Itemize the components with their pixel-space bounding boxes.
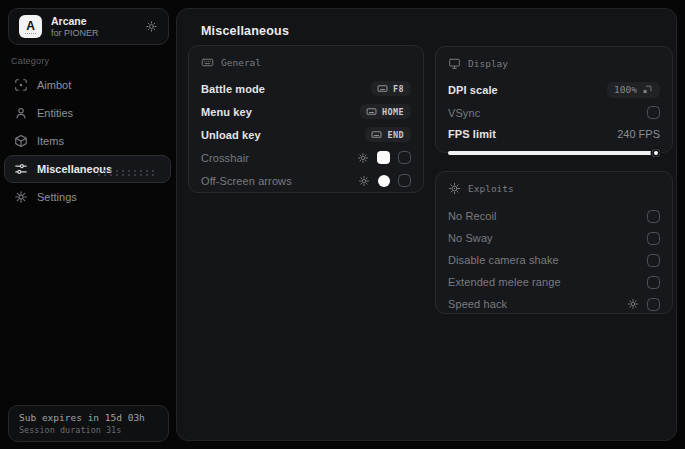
extended-melee-range-checkbox[interactable] bbox=[647, 276, 660, 289]
person-icon bbox=[14, 106, 28, 120]
no-sway-checkbox[interactable] bbox=[647, 232, 660, 245]
exploits-card: Exploits No Recoil No Sway Disable camer… bbox=[435, 171, 673, 314]
crosshair-checkbox[interactable] bbox=[398, 151, 411, 164]
virus-icon bbox=[448, 182, 461, 195]
sidebar-item-entities[interactable]: Entities bbox=[4, 99, 171, 127]
setting-label: Extended melee range bbox=[448, 276, 561, 288]
fps-limit-slider[interactable] bbox=[448, 149, 660, 157]
keyboard-icon bbox=[371, 129, 382, 140]
sidebar-item-aimbot[interactable]: Aimbot bbox=[4, 71, 171, 99]
setting-row-crosshair: Crosshair bbox=[201, 146, 411, 169]
setting-row-no-recoil: No Recoil bbox=[448, 205, 660, 227]
app-header-card: A Arcane for PIONER bbox=[8, 8, 169, 45]
setting-row-no-sway: No Sway bbox=[448, 227, 660, 249]
monitor-icon bbox=[448, 57, 461, 70]
general-card: General Battle mode F8 Menu key bbox=[188, 45, 424, 193]
setting-label: Speed hack bbox=[448, 298, 507, 310]
keybind-unload-key[interactable]: END bbox=[365, 127, 411, 142]
setting-label: Crosshair bbox=[201, 152, 249, 164]
speed-hack-checkbox[interactable] bbox=[647, 298, 660, 311]
app-logo: A bbox=[19, 15, 42, 38]
keyboard-icon bbox=[201, 56, 214, 69]
gear-icon[interactable] bbox=[145, 20, 158, 33]
disable-camera-shake-checkbox[interactable] bbox=[647, 254, 660, 267]
sub-expiry-text: Sub expires in 15d 03h bbox=[19, 411, 158, 425]
keyboard-icon bbox=[377, 83, 388, 94]
setting-row-dpi-scale: DPI scale 100% bbox=[448, 78, 660, 101]
setting-row-unload-key: Unload key END bbox=[201, 123, 411, 146]
crosshair-color-swatch[interactable] bbox=[377, 151, 390, 164]
offscreen-arrows-checkbox[interactable] bbox=[398, 174, 411, 187]
sidebar-item-label: Entities bbox=[37, 107, 73, 119]
sidebar-item-label: Aimbot bbox=[37, 79, 71, 91]
page-title: Miscellaneous bbox=[201, 24, 289, 38]
display-header-label: Display bbox=[468, 58, 508, 69]
setting-label: Menu key bbox=[201, 106, 252, 118]
slider-track bbox=[448, 151, 658, 155]
subscription-card: Sub expires in 15d 03h Session duration … bbox=[8, 405, 169, 442]
app-name: Arcane bbox=[51, 15, 136, 27]
sidebar-nav: Aimbot Entities Items bbox=[4, 71, 171, 211]
setting-label: DPI scale bbox=[448, 84, 498, 96]
setting-label: Battle mode bbox=[201, 83, 265, 95]
display-header: Display bbox=[448, 56, 660, 70]
sidebar-item-settings[interactable]: Settings bbox=[4, 183, 171, 211]
setting-label: No Recoil bbox=[448, 210, 497, 222]
scale-icon bbox=[642, 84, 653, 95]
gear-icon bbox=[14, 190, 28, 204]
sidebar: A Arcane for PIONER Category bbox=[0, 0, 176, 449]
setting-label: FPS limit bbox=[448, 128, 496, 140]
sidebar-item-label: Miscellaneous bbox=[37, 163, 112, 175]
setting-row-disable-camera-shake: Disable camera shake bbox=[448, 249, 660, 271]
general-header: General bbox=[201, 55, 411, 69]
category-label: Category bbox=[11, 56, 49, 66]
app-window: A Arcane for PIONER Category bbox=[0, 0, 685, 449]
vsync-checkbox[interactable] bbox=[647, 106, 660, 119]
slider-handle[interactable] bbox=[652, 149, 660, 157]
scan-icon bbox=[14, 78, 28, 92]
keybind-value: END bbox=[387, 130, 404, 140]
sliders-icon bbox=[14, 162, 28, 176]
sidebar-item-label: Settings bbox=[37, 191, 77, 203]
sidebar-item-items[interactable]: Items bbox=[4, 127, 171, 155]
app-subtitle: for PIONER bbox=[51, 28, 136, 39]
no-recoil-checkbox[interactable] bbox=[647, 210, 660, 223]
dpi-scale-selector[interactable]: 100% bbox=[607, 82, 660, 98]
display-card: Display DPI scale 100% VSync bbox=[435, 46, 673, 153]
app-logo-letter: A bbox=[26, 20, 35, 32]
gear-icon[interactable] bbox=[357, 152, 369, 164]
keybind-battle-mode[interactable]: F8 bbox=[371, 81, 411, 96]
setting-label: Unload key bbox=[201, 129, 261, 141]
sidebar-item-miscellaneous[interactable]: Miscellaneous bbox=[4, 155, 171, 183]
setting-row-battle-mode: Battle mode F8 bbox=[201, 77, 411, 100]
setting-label: Disable camera shake bbox=[448, 254, 559, 266]
app-titles: Arcane for PIONER bbox=[51, 15, 136, 39]
sidebar-item-label: Items bbox=[37, 135, 64, 147]
general-header-label: General bbox=[221, 57, 261, 68]
setting-label: No Sway bbox=[448, 232, 493, 244]
keybind-value: F8 bbox=[393, 84, 404, 94]
keyboard-icon bbox=[366, 106, 377, 117]
setting-row-fps-limit: FPS limit 240 FPS bbox=[448, 124, 660, 144]
keybind-value: HOME bbox=[382, 107, 404, 117]
box-icon bbox=[14, 134, 28, 148]
offscreen-arrows-color-swatch[interactable] bbox=[378, 175, 390, 187]
gear-icon[interactable] bbox=[627, 298, 639, 310]
setting-label: VSync bbox=[448, 107, 480, 119]
setting-row-vsync: VSync bbox=[448, 101, 660, 124]
fps-limit-value: 240 FPS bbox=[617, 128, 660, 140]
main-panel: Miscellaneous General Battle mode bbox=[176, 8, 677, 441]
setting-row-speed-hack: Speed hack bbox=[448, 293, 660, 315]
dpi-scale-value: 100% bbox=[614, 84, 637, 95]
exploits-header-label: Exploits bbox=[468, 183, 514, 194]
setting-row-offscreen-arrows: Off-Screen arrows bbox=[201, 169, 411, 192]
setting-row-menu-key: Menu key HOME bbox=[201, 100, 411, 123]
gear-icon[interactable] bbox=[358, 175, 370, 187]
setting-row-extended-melee-range: Extended melee range bbox=[448, 271, 660, 293]
exploits-header: Exploits bbox=[448, 181, 660, 195]
session-duration-text: Session duration 31s bbox=[19, 425, 158, 436]
setting-label: Off-Screen arrows bbox=[201, 175, 292, 187]
keybind-menu-key[interactable]: HOME bbox=[360, 104, 411, 119]
